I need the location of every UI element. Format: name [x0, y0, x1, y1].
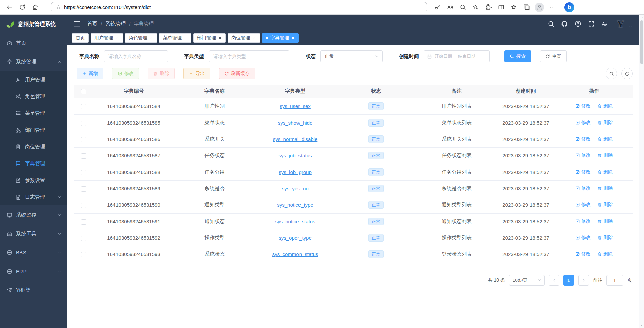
- dict-name-input[interactable]: [104, 50, 168, 62]
- dict-type-link[interactable]: sys_user_sex: [280, 103, 311, 109]
- sidebar-item-param-settings[interactable]: 参数设置: [0, 172, 67, 189]
- dict-type-link[interactable]: sys_job_status: [278, 153, 312, 158]
- password-key-button[interactable]: [431, 1, 443, 13]
- current-page[interactable]: 1: [563, 275, 574, 286]
- delete-button[interactable]: 删除: [148, 68, 175, 79]
- close-icon[interactable]: [218, 36, 222, 40]
- sidebar-item-role-management[interactable]: 角色管理: [0, 88, 67, 105]
- sidebar-item-dict-management[interactable]: 字典管理: [0, 155, 67, 172]
- tab-menu-management[interactable]: 菜单管理: [159, 33, 191, 43]
- tab-role-management[interactable]: 角色管理: [125, 33, 157, 43]
- dict-type-link[interactable]: sys_job_group: [279, 169, 312, 175]
- font-size-icon[interactable]: [601, 20, 608, 27]
- next-page-button[interactable]: [578, 275, 589, 286]
- search-button[interactable]: 搜索: [504, 50, 531, 62]
- row-checkbox[interactable]: [81, 121, 86, 126]
- breadcrumb-home[interactable]: 首页: [87, 21, 97, 27]
- row-edit-button[interactable]: 修改: [575, 235, 591, 241]
- close-icon[interactable]: [291, 36, 295, 40]
- sidebar-item-menu-management[interactable]: 菜单管理: [0, 105, 67, 122]
- row-edit-button[interactable]: 修改: [575, 169, 591, 175]
- row-edit-button[interactable]: 修改: [575, 185, 591, 191]
- search-icon[interactable]: [548, 20, 554, 27]
- row-checkbox[interactable]: [81, 219, 86, 225]
- sidebar-item-erp[interactable]: ERP: [0, 262, 67, 281]
- dict-type-link[interactable]: sys_notice_status: [275, 219, 315, 224]
- date-range-picker[interactable]: 开始日期 - 结束日期: [424, 50, 490, 62]
- hamburger-icon[interactable]: [73, 20, 81, 28]
- row-edit-button[interactable]: 修改: [575, 251, 591, 257]
- tab-dict-management[interactable]: 字典管理: [262, 33, 299, 43]
- row-edit-button[interactable]: 修改: [575, 152, 591, 158]
- row-delete-button[interactable]: 删除: [597, 136, 613, 142]
- edit-button[interactable]: 修改: [112, 68, 139, 79]
- row-checkbox[interactable]: [81, 137, 86, 142]
- dict-type-link[interactable]: sys_show_hide: [278, 120, 313, 126]
- sidebar-item-log-management[interactable]: 日志管理: [0, 189, 67, 205]
- extensions-button[interactable]: [482, 1, 494, 13]
- select-all-checkbox[interactable]: [81, 89, 86, 94]
- refresh-cache-button[interactable]: 刷新缓存: [219, 68, 255, 79]
- row-delete-button[interactable]: 删除: [597, 152, 613, 158]
- dict-type-input[interactable]: [209, 50, 289, 62]
- browser-home-button[interactable]: [29, 1, 41, 13]
- sidebar-item-user-management[interactable]: 用户管理: [0, 71, 67, 88]
- collections-button[interactable]: [520, 1, 533, 13]
- profile-avatar[interactable]: [535, 3, 544, 12]
- refresh-table-button[interactable]: [621, 68, 633, 79]
- status-select[interactable]: 正常: [320, 50, 383, 62]
- dict-type-link[interactable]: sys_oper_type: [279, 235, 312, 241]
- close-icon[interactable]: [149, 36, 153, 40]
- sidebar-item-post-management[interactable]: 岗位管理: [0, 138, 67, 155]
- favorites-button[interactable]: [508, 1, 520, 13]
- more-menu-button[interactable]: [546, 1, 558, 13]
- sidebar-item-yi-framework[interactable]: Yi框架: [0, 281, 67, 299]
- address-bar[interactable]: https://ccnetcore.com:1101/system/dict: [51, 2, 427, 12]
- browser-refresh-button[interactable]: [16, 1, 28, 13]
- row-edit-button[interactable]: 修改: [575, 103, 591, 109]
- browser-back-button[interactable]: [3, 1, 15, 13]
- scrollbar-up-icon[interactable]: [640, 16, 643, 19]
- chevron-down-icon[interactable]: [628, 24, 633, 29]
- help-icon[interactable]: [574, 20, 581, 27]
- zoom-button[interactable]: [457, 1, 469, 13]
- breadcrumb-system[interactable]: 系统管理: [105, 21, 126, 27]
- close-icon[interactable]: [252, 36, 256, 40]
- row-delete-button[interactable]: 删除: [597, 169, 613, 175]
- row-checkbox[interactable]: [81, 153, 86, 159]
- user-logo[interactable]: Y: [617, 19, 624, 29]
- row-checkbox[interactable]: [81, 236, 86, 241]
- sidebar-item-system-monitor[interactable]: 系统监控: [0, 205, 67, 224]
- sidebar-item-system-management[interactable]: 系统管理: [0, 52, 67, 71]
- dict-type-link[interactable]: sys_notice_type: [277, 202, 313, 208]
- row-delete-button[interactable]: 删除: [597, 235, 613, 241]
- scrollbar-thumb[interactable]: [640, 20, 643, 64]
- row-checkbox[interactable]: [81, 186, 86, 192]
- row-edit-button[interactable]: 修改: [575, 218, 591, 224]
- row-delete-button[interactable]: 删除: [597, 120, 613, 126]
- page-scrollbar[interactable]: [639, 15, 644, 328]
- dict-type-link[interactable]: sys_normal_disable: [273, 136, 318, 142]
- bing-discover-button[interactable]: b: [564, 2, 574, 12]
- add-button[interactable]: 新增: [77, 68, 103, 79]
- row-checkbox[interactable]: [81, 203, 86, 208]
- page-size-select[interactable]: 10条/页: [509, 275, 545, 286]
- tab-dept-management[interactable]: 部门管理: [193, 33, 226, 43]
- row-delete-button[interactable]: 删除: [597, 185, 613, 191]
- row-delete-button[interactable]: 删除: [597, 103, 613, 109]
- goto-page-input[interactable]: [606, 275, 623, 286]
- sidebar-item-bbs[interactable]: BBS: [0, 243, 67, 262]
- sidebar-item-system-tools[interactable]: 系统工具: [0, 224, 67, 243]
- read-aloud-button[interactable]: [444, 1, 456, 13]
- reset-button[interactable]: 重置: [540, 50, 567, 62]
- row-checkbox[interactable]: [81, 252, 86, 257]
- dict-type-link[interactable]: sys_yes_no: [282, 186, 308, 191]
- row-checkbox[interactable]: [81, 104, 86, 109]
- row-edit-button[interactable]: 修改: [575, 202, 591, 208]
- app-logo[interactable]: 意框架管理系统: [0, 15, 67, 34]
- github-icon[interactable]: [561, 20, 568, 27]
- close-icon[interactable]: [184, 36, 188, 40]
- tab-home[interactable]: 首页: [72, 33, 89, 43]
- row-edit-button[interactable]: 修改: [575, 136, 591, 142]
- export-button[interactable]: 导出: [183, 68, 210, 79]
